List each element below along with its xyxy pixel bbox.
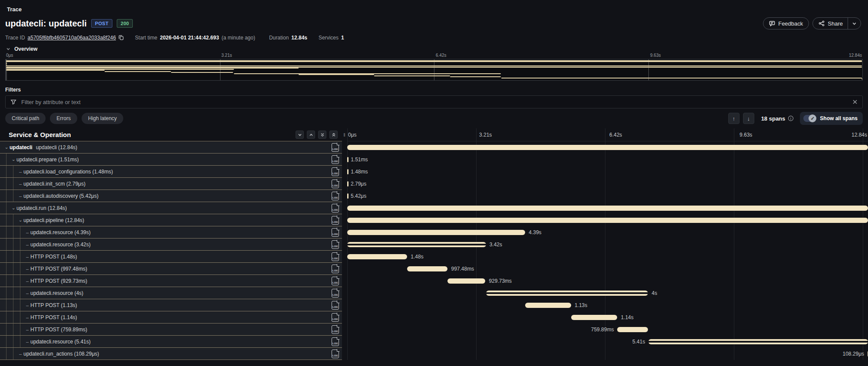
log-icon[interactable]: LOG [332,240,339,249]
span-timeline-cell[interactable]: 929.73ms [347,275,868,287]
span-timeline-cell[interactable]: 1.51ms [347,154,868,166]
span-row[interactable]: –updatecli.autodiscovery (5.42μs)LOG5.42… [0,190,868,202]
span-bar[interactable] [347,218,868,223]
span-bar[interactable] [347,254,407,259]
show-all-spans-toggle[interactable]: ✓ Show all spans [800,112,863,125]
chevron-down-icon[interactable]: ⌄ [3,144,10,150]
span-row[interactable]: –HTTP POST (929.73ms)LOG929.73ms [0,275,868,287]
log-icon[interactable]: LOG [332,216,339,225]
chevron-down-icon[interactable]: ⌄ [17,217,23,223]
span-name-cell[interactable]: –updatecli.load_configurations (1.48ms)L… [0,166,342,178]
next-span-button[interactable]: ↓ [743,113,754,124]
share-menu-button[interactable] [848,18,861,29]
log-icon[interactable]: LOG [332,192,339,200]
expand-all-button[interactable] [329,131,338,139]
span-bar[interactable] [347,193,349,199]
span-row[interactable]: –updatecli.run_actions (108.29μs)LOG108.… [0,348,868,360]
span-name-cell[interactable]: –updatecli.resource (4.39s)LOG [0,226,342,239]
span-row[interactable]: –updatecli.resource (4s)LOG4s [0,287,868,299]
span-bar[interactable] [347,242,486,247]
span-row[interactable]: –updatecli.load_configurations (1.48ms)L… [0,166,868,178]
expand-one-button[interactable] [307,131,315,139]
clear-filter-icon[interactable] [852,99,858,105]
span-row[interactable]: ⌄updatecli.pipeline (12.84s)LOG [0,214,868,226]
span-bar[interactable] [525,303,571,308]
log-icon[interactable]: LOG [332,313,339,322]
feedback-button[interactable]: Feedback [763,17,809,29]
copy-icon[interactable] [118,35,124,40]
span-bar[interactable] [347,145,868,150]
span-row[interactable]: –updatecli.init_scm (2.79μs)LOG2.79μs [0,178,868,190]
span-bar[interactable] [617,327,648,332]
span-bar[interactable] [347,157,349,162]
span-row[interactable]: –updatecli.resource (3.42s)LOG3.42s [0,239,868,251]
span-row[interactable]: –updatecli.resource (5.41s)LOG5.41s [0,336,868,348]
span-timeline-cell[interactable]: 1.13s [347,299,868,311]
span-name-cell[interactable]: –updatecli.resource (3.42s)LOG [0,239,342,251]
log-icon[interactable]: LOG [332,265,339,273]
log-icon[interactable]: LOG [332,167,339,176]
log-icon[interactable]: LOG [332,301,339,310]
span-name-cell[interactable]: ⌄updatecli.run (12.84s)LOG [0,202,342,214]
span-row[interactable]: –HTTP POST (759.89ms)LOG759.89ms [0,324,868,336]
log-icon[interactable]: LOG [332,204,339,212]
span-timeline-cell[interactable]: 2.79μs [347,178,868,190]
info-icon[interactable] [788,115,794,121]
filter-input[interactable] [20,98,848,106]
span-timeline-cell[interactable] [347,214,868,226]
log-icon[interactable]: LOG [332,277,339,285]
span-bar[interactable] [447,278,485,284]
span-name-cell[interactable]: ⌄updatecli.prepare (1.51ms)LOG [0,154,342,166]
span-timeline-cell[interactable]: 5.42μs [347,190,868,202]
collapse-all-button[interactable] [318,131,326,139]
log-icon[interactable]: LOG [332,325,339,334]
prev-span-button[interactable]: ↑ [728,113,740,124]
span-row[interactable]: ⌄updatecli.prepare (1.51ms)LOG1.51ms [0,154,868,166]
span-timeline-cell[interactable]: 4s [347,287,868,299]
filter-chip-high-latency[interactable]: High latency [82,113,123,124]
log-icon[interactable]: LOG [332,180,339,188]
span-name-cell[interactable]: –HTTP POST (997.48ms)LOG [0,263,342,275]
span-timeline-cell[interactable]: 997.48ms [347,263,868,275]
log-icon[interactable]: LOG [332,228,339,237]
log-icon[interactable]: LOG [332,143,339,152]
span-name-cell[interactable]: –HTTP POST (1.14s)LOG [0,311,342,324]
span-row[interactable]: –HTTP POST (1.48s)LOG1.48s [0,251,868,263]
log-icon[interactable]: LOG [332,252,339,261]
chevron-down-icon[interactable]: ⌄ [10,157,16,162]
log-icon[interactable]: LOG [332,337,339,346]
span-row[interactable]: –updatecli.resource (4.39s)LOG4.39s [0,226,868,239]
span-name-cell[interactable]: –updatecli.autodiscovery (5.42μs)LOG [0,190,342,202]
span-name-cell[interactable]: –HTTP POST (759.89ms)LOG [0,324,342,336]
span-row[interactable]: –HTTP POST (997.48ms)LOG997.48ms [0,263,868,275]
span-timeline-cell[interactable]: 1.48ms [347,166,868,178]
span-name-cell[interactable]: –updatecli.resource (4s)LOG [0,287,342,299]
span-timeline-cell[interactable]: 1.14s [347,311,868,324]
span-timeline-cell[interactable]: 1.48s [347,251,868,263]
span-timeline-cell[interactable] [347,141,868,154]
collapse-one-button[interactable] [296,131,304,139]
span-name-cell[interactable]: –updatecli.run_actions (108.29μs)LOG [0,348,342,360]
span-row[interactable]: –HTTP POST (1.13s)LOG1.13s [0,299,868,311]
span-name-cell[interactable]: –HTTP POST (929.73ms)LOG [0,275,342,287]
chevron-down-icon[interactable]: ⌄ [10,205,16,211]
filter-chip-critical-path[interactable]: Critical path [5,113,46,124]
column-resize-handle[interactable]: ‖ [342,128,347,141]
span-bar[interactable] [571,315,618,320]
span-timeline-cell[interactable]: 5.41s [347,336,868,348]
span-row[interactable]: ⌄updatecliupdatecli (12.84s)LOG [0,141,868,154]
log-icon[interactable]: LOG [332,155,339,164]
span-row[interactable]: –HTTP POST (1.14s)LOG1.14s [0,311,868,324]
span-bar[interactable] [347,230,525,235]
span-name-cell[interactable]: ⌄updatecli.pipeline (12.84s)LOG [0,214,342,226]
span-timeline-cell[interactable]: 108.29μs [347,348,868,360]
overview-section-toggle[interactable]: Overview [6,46,868,52]
span-bar[interactable] [347,206,868,211]
span-bar[interactable] [347,181,349,186]
span-row[interactable]: ⌄updatecli.run (12.84s)LOG [0,202,868,214]
span-bar[interactable] [648,339,868,344]
share-button[interactable]: Share [813,18,848,29]
span-name-cell[interactable]: –updatecli.resource (5.41s)LOG [0,336,342,348]
log-icon[interactable]: LOG [332,289,339,297]
span-bar[interactable] [407,266,447,271]
